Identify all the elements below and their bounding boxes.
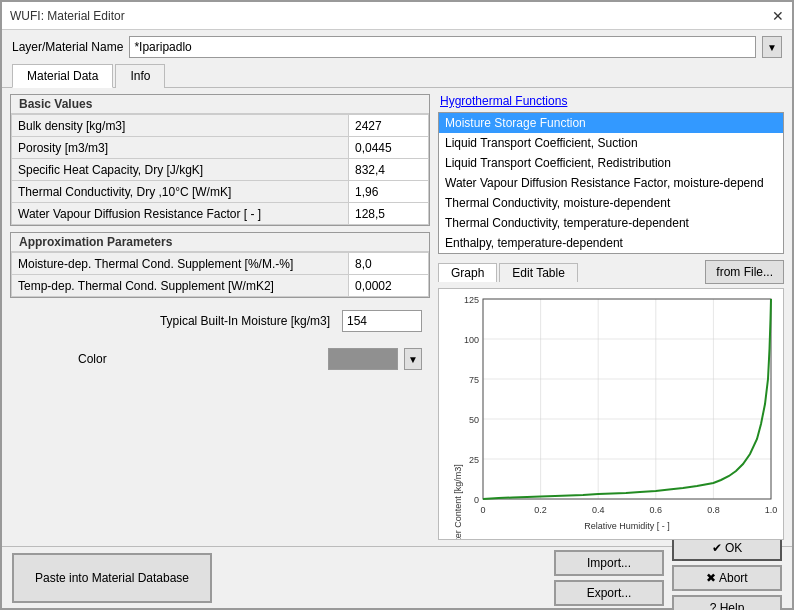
svg-text:1.0: 1.0 (765, 505, 778, 515)
table-row: Moisture-dep. Thermal Cond. Supplement [… (12, 253, 429, 275)
hygro-item-thermal-temp[interactable]: Thermal Conductivity, temperature-depend… (439, 213, 783, 233)
svg-text:75: 75 (469, 375, 479, 385)
temp-thermal-value[interactable]: 0,0002 (349, 275, 429, 297)
footer-center: Import... Export... (554, 550, 664, 606)
basic-values-table: Bulk density [kg/m3] 2427 Porosity [m3/m… (11, 114, 429, 225)
typical-moisture-label: Typical Built-In Moisture [kg/m3] (18, 314, 336, 328)
svg-rect-0 (441, 289, 781, 539)
svg-text:25: 25 (469, 455, 479, 465)
svg-text:0: 0 (480, 505, 485, 515)
hygro-item-liquid-redis[interactable]: Liquid Transport Coefficient, Redistribu… (439, 153, 783, 173)
tab-info[interactable]: Info (115, 64, 165, 88)
left-panel: Basic Values Bulk density [kg/m3] 2427 P… (10, 94, 430, 540)
title-bar: WUFI: Material Editor ✕ (2, 2, 792, 30)
table-row: Thermal Conductivity, Dry ,10°C [W/mK] 1… (12, 181, 429, 203)
layer-name-dropdown[interactable]: ▼ (762, 36, 782, 58)
bulk-density-value[interactable]: 2427 (349, 115, 429, 137)
hygro-item-moisture-storage[interactable]: Moisture Storage Function (439, 113, 783, 133)
right-panel: Hygrothermal Functions Moisture Storage … (438, 94, 784, 540)
abort-button[interactable]: ✖ Abort (672, 565, 782, 591)
svg-text:0.2: 0.2 (534, 505, 547, 515)
layer-name-input[interactable] (129, 36, 756, 58)
hygro-item-liquid-suction[interactable]: Liquid Transport Coefficient, Suction (439, 133, 783, 153)
help-button[interactable]: ? Help (672, 595, 782, 611)
window-title: WUFI: Material Editor (10, 9, 125, 23)
approximation-group: Approximation Parameters Moisture-dep. T… (10, 232, 430, 298)
hygro-item-enthalpy[interactable]: Enthalpy, temperature-dependent (439, 233, 783, 253)
color-dropdown-btn[interactable]: ▼ (404, 348, 422, 370)
chart-tabs-row: Graph Edit Table from File... (438, 260, 784, 284)
table-row: Water Vapour Diffusion Resistance Factor… (12, 203, 429, 225)
import-button[interactable]: Import... (554, 550, 664, 576)
footer: Paste into Material Database Import... E… (2, 546, 792, 608)
from-file-button[interactable]: from File... (705, 260, 784, 284)
specific-heat-value[interactable]: 832,4 (349, 159, 429, 181)
tab-graph[interactable]: Graph (438, 263, 497, 282)
chart-area: 0 25 50 75 100 125 0 0.2 0.4 0.6 0.8 1.0 (438, 288, 784, 540)
layer-name-row: Layer/Material Name ▼ (2, 30, 792, 64)
svg-text:Water Content [kg/m3]: Water Content [kg/m3] (453, 464, 463, 539)
bulk-density-label: Bulk density [kg/m3] (12, 115, 349, 137)
export-button[interactable]: Export... (554, 580, 664, 606)
approximation-title: Approximation Parameters (11, 233, 429, 252)
tabs-row: Material Data Info (2, 64, 792, 88)
porosity-label: Porosity [m3/m3] (12, 137, 349, 159)
close-button[interactable]: ✕ (772, 8, 784, 24)
thermal-cond-value[interactable]: 1,96 (349, 181, 429, 203)
color-label: Color (78, 352, 107, 366)
material-editor-window: WUFI: Material Editor ✕ Layer/Material N… (0, 0, 794, 610)
thermal-cond-label: Thermal Conductivity, Dry ,10°C [W/mK] (12, 181, 349, 203)
svg-text:0.4: 0.4 (592, 505, 605, 515)
svg-text:0.6: 0.6 (650, 505, 663, 515)
svg-text:100: 100 (464, 335, 479, 345)
vapour-diff-label: Water Vapour Diffusion Resistance Factor… (12, 203, 349, 225)
footer-left: Paste into Material Database (12, 553, 546, 603)
hygro-item-thermal-moisture[interactable]: Thermal Conductivity, moisture-dependent (439, 193, 783, 213)
svg-text:125: 125 (464, 295, 479, 305)
basic-values-title: Basic Values (11, 95, 429, 114)
moisture-thermal-value[interactable]: 8,0 (349, 253, 429, 275)
typical-moisture-input[interactable] (342, 310, 422, 332)
main-content: Basic Values Bulk density [kg/m3] 2427 P… (2, 88, 792, 546)
svg-text:50: 50 (469, 415, 479, 425)
hygro-item-vapour-diff[interactable]: Water Vapour Diffusion Resistance Factor… (439, 173, 783, 193)
table-row: Porosity [m3/m3] 0,0445 (12, 137, 429, 159)
moisture-thermal-label: Moisture-dep. Thermal Cond. Supplement [… (12, 253, 349, 275)
tab-edit-table[interactable]: Edit Table (499, 263, 577, 282)
table-row: Temp-dep. Thermal Cond. Supplement [W/mK… (12, 275, 429, 297)
hygrothermal-list: Moisture Storage Function Liquid Transpo… (438, 112, 784, 254)
temp-thermal-label: Temp-dep. Thermal Cond. Supplement [W/mK… (12, 275, 349, 297)
svg-text:Relative Humidity [ - ]: Relative Humidity [ - ] (584, 521, 670, 531)
svg-text:0: 0 (474, 495, 479, 505)
table-row: Specific Heat Capacity, Dry [J/kgK] 832,… (12, 159, 429, 181)
footer-right: ✔ OK ✖ Abort ? Help (672, 535, 782, 611)
porosity-value[interactable]: 0,0445 (349, 137, 429, 159)
typical-moisture-row: Typical Built-In Moisture [kg/m3] (10, 304, 430, 338)
basic-values-group: Basic Values Bulk density [kg/m3] 2427 P… (10, 94, 430, 226)
vapour-diff-value[interactable]: 128,5 (349, 203, 429, 225)
tab-material-data[interactable]: Material Data (12, 64, 113, 88)
paste-into-database-button[interactable]: Paste into Material Database (12, 553, 212, 603)
hygrothermal-title: Hygrothermal Functions (438, 94, 784, 108)
layer-name-label: Layer/Material Name (12, 40, 123, 54)
moisture-storage-chart: 0 25 50 75 100 125 0 0.2 0.4 0.6 0.8 1.0 (439, 289, 783, 539)
specific-heat-label: Specific Heat Capacity, Dry [J/kgK] (12, 159, 349, 181)
color-row: Color ▼ (10, 344, 430, 374)
approximation-table: Moisture-dep. Thermal Cond. Supplement [… (11, 252, 429, 297)
color-swatch[interactable] (328, 348, 398, 370)
table-row: Bulk density [kg/m3] 2427 (12, 115, 429, 137)
svg-text:0.8: 0.8 (707, 505, 720, 515)
